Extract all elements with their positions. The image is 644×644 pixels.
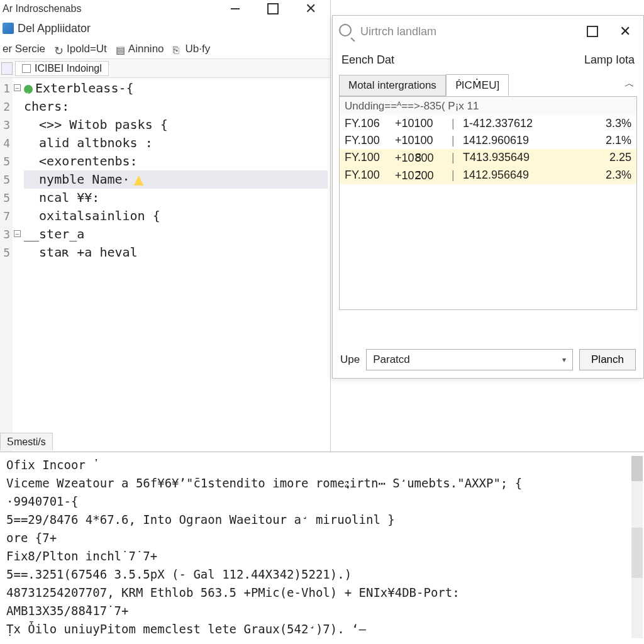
console-line: Fix8/Plton inchl˙7˙7+ [6,547,638,565]
chevron-down-icon: ▾ [562,355,566,364]
refresh-icon [54,44,64,54]
scrollbar-thumb[interactable] [631,456,643,481]
search-dialog: Uirtrch landlam ✕ Eench Dat Lamp Iota Mo… [332,15,644,379]
dialog-window-controls: ✕ [580,25,637,38]
toolbar-item-sercie[interactable]: er Sercie [3,43,45,55]
app-icon [3,23,14,34]
fold-icon[interactable]: – [14,84,21,91]
planch-button[interactable]: Planch [579,349,636,370]
footer-label: Upe [340,353,360,366]
data-panel: Undding==ᴬ==>-835( P¡x 11 FY.106 +10100 … [339,96,637,310]
dialog-tabs: Motal intergrations ṔICṀEU] ︿ [333,72,643,96]
window-controls: ✕ [223,2,323,16]
dialog-close-button[interactable]: ✕ [613,25,637,38]
tab-dropdown[interactable] [1,62,13,75]
header-right-label: Lamp Iota [584,53,635,67]
export-icon [173,44,183,54]
subtitle-text: Del Appliidator [18,22,91,35]
dialog-maximize-button[interactable] [580,25,604,38]
toolbar-item-ipold[interactable]: Ipold=Ut [54,43,107,55]
maximize-button[interactable] [261,2,285,16]
code-line[interactable]: ncal ¥¥: [24,189,328,207]
document-tabs: ICIBEI Indoingl [0,59,330,78]
ok-badge-icon [24,85,33,94]
toolbar-item-ainnino[interactable]: Ainnino [116,43,164,55]
console-line: 5==.3251(67546 3.5.5pX (- Gal 112.44X342… [6,565,638,584]
collapse-caret-icon[interactable]: ︿ [625,77,635,91]
code-line[interactable]: –Exterbleass-{ [24,79,328,97]
console-line: Viceme Wzeatour a 56f¥6¥ʼ"c̄1stendito im… [6,474,638,492]
editor-window: Ar Indroschenabs ✕ Del Appliidator er Se… [0,0,331,452]
toolbar: er Sercie Ipold=Ut Ainnino Ub·fy [0,39,330,59]
code-editor[interactable]: 1 2 3 4 5 5 5 7 3 5 –Exterbleass-{ chers… [0,78,330,452]
search-input[interactable]: Uirtrch landlam [339,24,575,40]
tab-motal-intergrations[interactable]: Motal intergrations [339,75,446,96]
console-line: 5==29/8476 4*67.6, Into Ograon Waeitour … [6,511,638,529]
code-line[interactable]: –__ster_a [24,225,328,243]
file-icon [116,44,126,54]
fold-icon[interactable]: – [14,230,21,237]
document-tab[interactable]: ICIBEI Indoingl [15,61,109,76]
console-line: ·9940701-{ [6,492,638,511]
panel-header: Undding==ᴬ==>-835( P¡x 11 [340,97,636,115]
code-line[interactable]: alid altbnoks : [24,134,328,152]
console-line: Ṭx Ȱilo uniuyPitom memclest lete Graux(5… [6,620,638,638]
minimize-button[interactable] [223,2,247,16]
console-line: 48731254207707, KRM Ethlob 563.5 +PMic(e… [6,584,638,602]
tab-picheu[interactable]: ṔICṀEU] [446,74,509,96]
close-button[interactable]: ✕ [299,2,323,16]
search-placeholder: Uirtrch landlam [360,25,436,38]
code-line[interactable]: staʀ +a heval [24,243,328,262]
code-line[interactable]: oxitalsainlion { [24,207,328,225]
tab-label: ICIBEI Indoingl [35,63,102,74]
code-line[interactable]: chers: [24,97,328,116]
console-panel[interactable]: Ofix Incoor ᾽ Viceme Wzeatour a 56f¥6¥ʼ"… [0,452,644,644]
dialog-header: Eench Dat Lamp Iota [333,47,643,72]
titlebar[interactable]: Ar Indroschenabs ✕ [0,0,330,18]
search-icon [339,24,357,40]
document-icon [22,64,31,73]
dialog-footer: Upe Paratcd ▾ Planch [333,349,643,370]
table-row[interactable]: FY.100 +10100 | 1412.960619 2.1% [340,132,636,149]
select-value: Paratcd [373,353,410,366]
dialog-titlebar[interactable]: Uirtrch landlam ✕ [333,16,643,47]
table-row-selected[interactable]: FY.100 +108̄00 | T413.935649 2.25 [340,149,636,167]
toolbar-item-ubfy[interactable]: Ub·fy [173,43,211,55]
code-line[interactable]: <exorentenbs: [24,152,328,170]
console-line: AMB13X35/88̄417˙7+ [6,602,638,620]
code-area[interactable]: –Exterbleass-{ chers: <>> Witob pasks { … [13,78,330,452]
scrollbar-thumb[interactable] [631,528,643,578]
console-line: ore {7+ [6,529,638,547]
bottom-panel-tab[interactable]: Ƽmesti/s [0,433,53,450]
select-dropdown[interactable]: Paratcd ▾ [366,349,573,370]
code-line[interactable]: <>> Witob pasks { [24,116,328,134]
header-left-label: Eench Dat [341,53,394,67]
table-row-selected[interactable]: FY.100 +102̄00 | 1412.956649 2.3% [340,167,636,184]
subtitle-bar: Del Appliidator [0,18,330,39]
warning-icon [134,175,144,186]
table-row[interactable]: FY.106 +10100 | 1-412.337612 3.3% [340,115,636,132]
code-line-highlighted[interactable]: nymble Name· [24,170,328,189]
console-line: Ofix Incoor ᾽ [6,456,638,474]
line-gutter: 1 2 3 4 5 5 5 7 3 5 [0,78,13,452]
window-title: Ar Indroschenabs [3,3,223,14]
